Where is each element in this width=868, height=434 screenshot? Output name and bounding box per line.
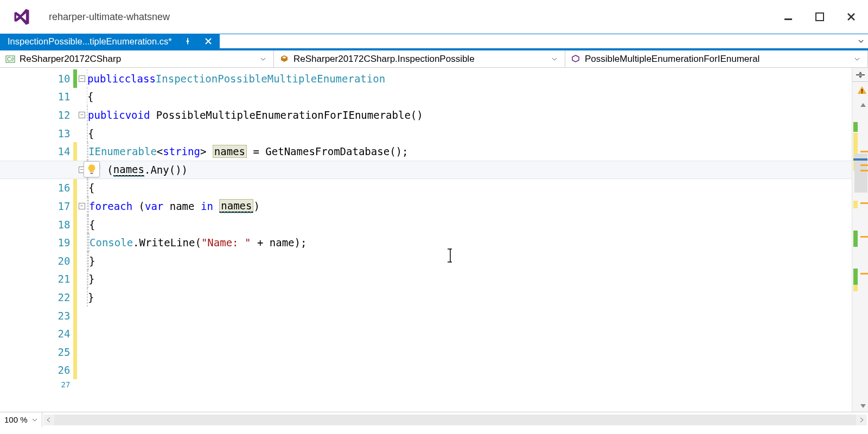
- navigation-bar: C# ReSharper20172CSharp ReSharper20172CS…: [0, 50, 868, 68]
- svg-rect-1: [816, 13, 824, 21]
- code-line[interactable]: {: [87, 88, 852, 106]
- scroll-up-icon[interactable]: [859, 101, 867, 109]
- code-line[interactable]: public class InspectionPossibleMultipleE…: [87, 69, 852, 88]
- change-marker[interactable]: [853, 285, 858, 291]
- editor: 10− 11 12− 13 14 15− 16 17− 18 19 20 21 …: [0, 68, 868, 412]
- class-dropdown[interactable]: ReSharper20172CSharp.InspectionPossible: [274, 50, 565, 67]
- code-line[interactable]: {: [87, 124, 852, 143]
- member-label: PossibleMultipleEnumerationForIEnumeral: [585, 54, 850, 65]
- namespace-dropdown[interactable]: C# ReSharper20172CSharp: [0, 50, 274, 67]
- split-editor-icon[interactable]: [852, 68, 868, 82]
- chevron-down-icon: [32, 417, 37, 423]
- change-marker[interactable]: [853, 269, 858, 285]
- marker-bar[interactable]: [852, 68, 868, 412]
- change-marker[interactable]: [853, 122, 858, 132]
- code-line[interactable]: {: [87, 179, 852, 197]
- change-marker[interactable]: [853, 231, 858, 247]
- scroll-track[interactable]: [54, 414, 856, 425]
- code-line[interactable]: [87, 307, 852, 325]
- scroll-right-icon[interactable]: [856, 414, 867, 425]
- code-line[interactable]: foreach (var name in names): [87, 197, 852, 215]
- code-line[interactable]: }: [87, 270, 852, 289]
- code-line[interactable]: }: [87, 288, 852, 307]
- class-label: ReSharper20172CSharp.InspectionPossible: [293, 54, 547, 65]
- chevron-down-icon: [854, 54, 862, 65]
- code-line[interactable]: [87, 324, 852, 343]
- zoom-dropdown[interactable]: 100 %: [0, 412, 42, 427]
- status-bar: 100 %: [0, 412, 868, 427]
- close-button[interactable]: [845, 11, 857, 23]
- code-line-current[interactable]: if (names.Any()): [0, 161, 868, 179]
- warning-tick[interactable]: [860, 273, 868, 275]
- svg-rect-5: [856, 74, 865, 75]
- window-title: reharper-ultimate-whatsnew: [49, 11, 782, 23]
- line-number: 17: [0, 200, 73, 212]
- line-number: 11: [0, 91, 73, 103]
- code-line[interactable]: public void PossibleMultipleEnumerationF…: [87, 106, 852, 124]
- line-number: 24: [0, 328, 73, 340]
- svg-rect-7: [861, 92, 863, 93]
- scroll-left-icon[interactable]: [43, 414, 54, 425]
- fold-toggle[interactable]: −: [77, 203, 87, 209]
- line-number: 22: [0, 291, 73, 303]
- warning-tick[interactable]: [860, 202, 868, 204]
- line-number: 26: [0, 364, 73, 376]
- svg-rect-6: [861, 89, 863, 92]
- line-number: 16: [0, 182, 73, 194]
- pin-icon[interactable]: [183, 36, 193, 46]
- code-line[interactable]: Console.WriteLine("Name: " + name);: [87, 233, 852, 252]
- maximize-button[interactable]: [814, 11, 826, 23]
- tab-label: InspectionPossible...tipleEnumeration.cs…: [8, 36, 172, 47]
- fold-toggle[interactable]: −: [77, 112, 87, 118]
- code-line[interactable]: IEnumerable<string> names = GetNamesFrom…: [87, 142, 852, 161]
- file-tab[interactable]: InspectionPossible...tipleEnumeration.cs…: [0, 34, 220, 48]
- fold-toggle[interactable]: −: [77, 75, 87, 82]
- code-line[interactable]: {: [87, 215, 852, 234]
- lightbulb-icon[interactable]: [84, 161, 100, 177]
- chevron-down-icon: [552, 54, 559, 65]
- warning-tick[interactable]: [860, 151, 868, 152]
- line-number: 20: [0, 255, 73, 267]
- close-tab-icon[interactable]: [203, 36, 213, 46]
- csharp-icon: C#: [5, 54, 15, 64]
- warning-icon[interactable]: [857, 85, 867, 97]
- window-controls: [782, 11, 857, 23]
- code-line[interactable]: [87, 361, 852, 380]
- member-dropdown[interactable]: PossibleMultipleEnumerationForIEnumeral: [565, 50, 868, 67]
- method-icon: [571, 54, 580, 64]
- namespace-label: ReSharper20172CSharp: [20, 54, 256, 65]
- line-number: 10: [0, 73, 73, 85]
- warning-tick[interactable]: [860, 164, 868, 166]
- code-area[interactable]: public class InspectionPossibleMultipleE…: [87, 68, 852, 412]
- warning-tick[interactable]: [860, 236, 868, 238]
- code-line[interactable]: [87, 343, 852, 361]
- line-number: 12: [0, 109, 73, 121]
- text-cursor-icon: [446, 248, 454, 265]
- tab-overflow-icon[interactable]: [857, 37, 865, 47]
- line-number: 18: [0, 219, 73, 231]
- class-icon: [279, 54, 289, 64]
- zoom-label: 100 %: [4, 415, 28, 424]
- line-number: 19: [0, 237, 73, 248]
- svg-rect-4: [91, 173, 93, 174]
- tab-bar: InspectionPossible...tipleEnumeration.cs…: [0, 34, 868, 50]
- line-number: 14: [0, 145, 73, 157]
- change-marker[interactable]: [853, 201, 858, 208]
- vs-logo-icon: [11, 6, 33, 28]
- line-number: 25: [0, 346, 73, 358]
- minimize-button[interactable]: [782, 11, 794, 23]
- warning-tick[interactable]: [860, 170, 868, 171]
- line-number: 23: [0, 310, 73, 322]
- cursor-marker: [853, 158, 867, 161]
- code-line[interactable]: }: [87, 252, 852, 270]
- scroll-down-icon[interactable]: [859, 402, 867, 410]
- gutter: 10− 11 12− 13 14 15− 16 17− 18 19 20 21 …: [0, 68, 87, 412]
- chevron-down-icon: [260, 54, 268, 65]
- title-bar: reharper-ultimate-whatsnew: [0, 0, 868, 34]
- svg-text:C#: C#: [7, 56, 14, 62]
- line-number: 13: [0, 127, 73, 139]
- horizontal-scrollbar[interactable]: [43, 414, 867, 425]
- svg-rect-0: [784, 18, 792, 20]
- line-number: 27: [0, 380, 73, 389]
- line-number: 21: [0, 273, 73, 285]
